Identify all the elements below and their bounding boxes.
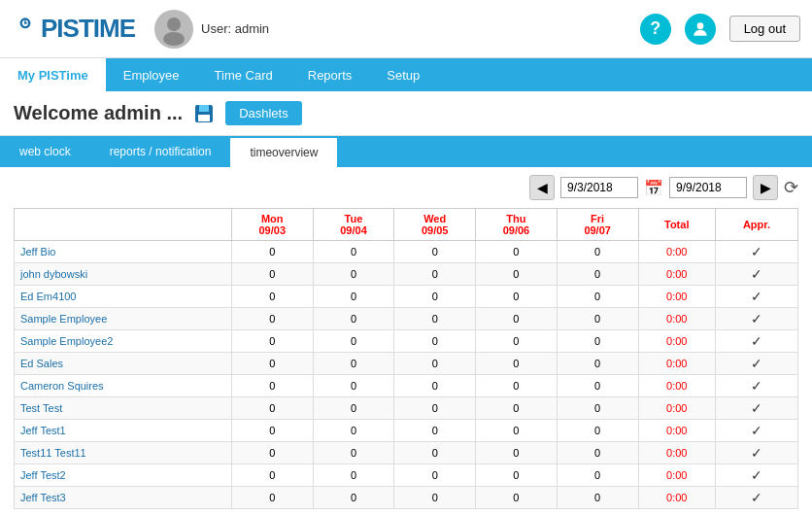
cell-thu: 0 xyxy=(476,487,558,509)
next-arrow[interactable]: ▶ xyxy=(753,175,778,200)
cell-appr: ✓ xyxy=(715,375,797,397)
prev-arrow[interactable]: ◀ xyxy=(529,175,555,200)
table-row[interactable]: john dybowski 0 0 0 0 0 0:00 ✓ xyxy=(15,263,798,286)
cell-appr: ✓ xyxy=(715,397,797,420)
cell-thu: 0 xyxy=(476,286,558,308)
sub-nav-timeoverview[interactable]: timeoverview xyxy=(230,136,337,167)
date-controls: ◀ 📅 ▶ ⟳ xyxy=(0,167,812,208)
cell-fri: 0 xyxy=(557,241,638,263)
nav-item-employee[interactable]: Employee xyxy=(106,58,197,91)
cell-wed: 0 xyxy=(394,487,476,509)
col-fri: Fri09/07 xyxy=(557,209,638,241)
user-label: User: admin xyxy=(201,21,269,36)
table-row[interactable]: Test Test 0 0 0 0 0 0:00 ✓ xyxy=(15,397,798,420)
table-row[interactable]: Sample Employee2 0 0 0 0 0 0:00 ✓ xyxy=(15,330,798,353)
end-date-input[interactable] xyxy=(669,177,747,198)
table-body: Jeff Bio 0 0 0 0 0 0:00 ✓ john dybowski … xyxy=(15,241,798,509)
header: PISTIME User: admin ? Log out xyxy=(0,0,812,58)
main-nav: My PISTime Employee Time Card Reports Se… xyxy=(0,58,812,91)
cell-thu: 0 xyxy=(476,397,558,420)
svg-rect-9 xyxy=(199,105,209,112)
cell-total: 0:00 xyxy=(638,397,715,420)
cell-thu: 0 xyxy=(476,263,558,286)
refresh-icon[interactable]: ⟳ xyxy=(784,177,798,198)
cell-wed: 0 xyxy=(394,263,476,286)
sub-nav: web clock reports / notification timeove… xyxy=(0,136,812,167)
nav-item-setup[interactable]: Setup xyxy=(369,58,437,91)
cell-wed: 0 xyxy=(394,286,476,308)
cell-tue: 0 xyxy=(313,263,394,286)
cell-appr: ✓ xyxy=(715,420,797,442)
table-row[interactable]: Jeff Bio 0 0 0 0 0 0:00 ✓ xyxy=(15,241,798,263)
cell-total: 0:00 xyxy=(638,375,715,397)
avatar xyxy=(154,10,193,49)
header-user: ? Log out xyxy=(640,14,800,45)
table-row[interactable]: Ed Sales 0 0 0 0 0 0:00 ✓ xyxy=(15,353,798,375)
cell-tue: 0 xyxy=(313,308,394,330)
cell-mon: 0 xyxy=(231,420,313,442)
table-row[interactable]: Cameron Squires 0 0 0 0 0 0:00 ✓ xyxy=(15,375,798,397)
cell-wed: 0 xyxy=(394,375,476,397)
cell-tue: 0 xyxy=(313,330,394,353)
cell-tue: 0 xyxy=(313,464,394,487)
cell-thu: 0 xyxy=(476,442,558,464)
table-row[interactable]: Jeff Test3 0 0 0 0 0 0:00 ✓ xyxy=(15,487,798,509)
cell-wed: 0 xyxy=(394,420,476,442)
cell-thu: 0 xyxy=(476,353,558,375)
nav-item-mypis[interactable]: My PISTime xyxy=(0,58,106,91)
cell-name: john dybowski xyxy=(15,263,232,286)
cell-appr: ✓ xyxy=(715,286,797,308)
cell-total: 0:00 xyxy=(638,241,715,263)
table-row[interactable]: Jeff Test1 0 0 0 0 0 0:00 ✓ xyxy=(15,420,798,442)
sub-nav-reports[interactable]: reports / notification xyxy=(90,136,231,167)
cell-appr: ✓ xyxy=(715,464,797,487)
cell-tue: 0 xyxy=(313,375,394,397)
account-icon[interactable] xyxy=(685,14,716,45)
save-icon[interactable] xyxy=(192,102,216,125)
cell-total: 0:00 xyxy=(638,420,715,442)
logo: PISTIME xyxy=(12,14,135,44)
cell-mon: 0 xyxy=(231,375,313,397)
cell-fri: 0 xyxy=(557,464,638,487)
cell-fri: 0 xyxy=(557,286,638,308)
cell-name: Test Test xyxy=(15,397,232,420)
cell-appr: ✓ xyxy=(715,442,797,464)
help-icon[interactable]: ? xyxy=(640,14,671,45)
dashlets-button[interactable]: Dashlets xyxy=(225,101,302,125)
col-wed: Wed09/05 xyxy=(394,209,476,241)
nav-item-timecard[interactable]: Time Card xyxy=(197,58,290,91)
svg-point-6 xyxy=(163,32,185,46)
cell-tue: 0 xyxy=(313,442,394,464)
cell-total: 0:00 xyxy=(638,464,715,487)
sub-nav-webclock[interactable]: web clock xyxy=(0,136,90,167)
table-row[interactable]: Sample Employee 0 0 0 0 0 0:00 ✓ xyxy=(15,308,798,330)
calendar-icon[interactable]: 📅 xyxy=(644,179,663,197)
cell-appr: ✓ xyxy=(715,330,797,353)
cell-thu: 0 xyxy=(476,241,558,263)
table-row[interactable]: Test11 Test11 0 0 0 0 0 0:00 ✓ xyxy=(15,442,798,464)
cell-name: Jeff Bio xyxy=(15,241,232,263)
cell-fri: 0 xyxy=(557,330,638,353)
svg-point-7 xyxy=(696,22,703,29)
cell-wed: 0 xyxy=(394,464,476,487)
timeoverview-table: Mon09/03 Tue09/04 Wed09/05 Thu09/06 Fri0… xyxy=(14,208,798,509)
cell-total: 0:00 xyxy=(638,487,715,509)
cell-name: Sample Employee2 xyxy=(15,330,232,353)
col-thu: Thu09/06 xyxy=(476,209,558,241)
cell-tue: 0 xyxy=(313,286,394,308)
table-row[interactable]: Jeff Test2 0 0 0 0 0 0:00 ✓ xyxy=(15,464,798,487)
cell-fri: 0 xyxy=(557,375,638,397)
table-header-row: Mon09/03 Tue09/04 Wed09/05 Thu09/06 Fri0… xyxy=(15,209,798,241)
cell-tue: 0 xyxy=(313,420,394,442)
cell-name: Ed Sales xyxy=(15,353,232,375)
cell-fri: 0 xyxy=(557,308,638,330)
logo-icon xyxy=(12,16,39,43)
cell-wed: 0 xyxy=(394,442,476,464)
nav-item-reports[interactable]: Reports xyxy=(290,58,370,91)
table-row[interactable]: Ed Em4100 0 0 0 0 0 0:00 ✓ xyxy=(15,286,798,308)
cell-wed: 0 xyxy=(394,308,476,330)
svg-rect-10 xyxy=(198,115,210,121)
logout-button[interactable]: Log out xyxy=(729,16,800,42)
start-date-input[interactable] xyxy=(560,177,638,198)
cell-mon: 0 xyxy=(231,308,313,330)
